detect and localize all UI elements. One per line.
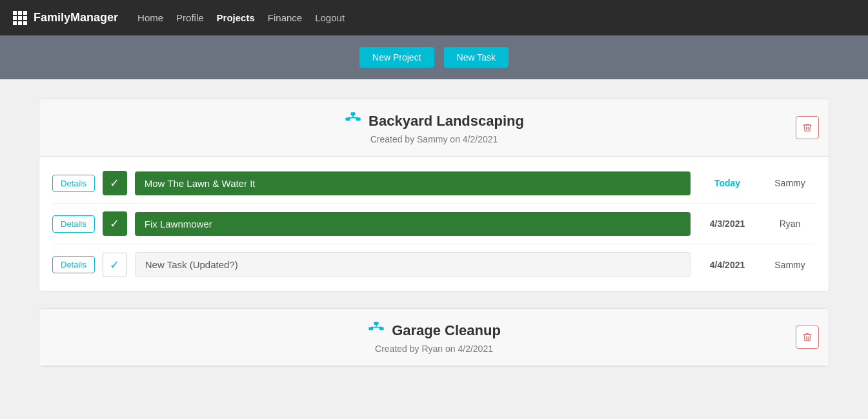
nav-item-logout: Logout — [315, 12, 345, 24]
nav-link-home[interactable]: Home — [137, 12, 163, 23]
nav-item-home: Home — [137, 12, 163, 24]
project-title-text: Garage Cleanup — [392, 322, 501, 339]
nav-links: HomeProfileProjectsFinanceLogout — [137, 12, 345, 24]
svg-rect-6 — [374, 322, 379, 325]
task-name-bar: New Task (Updated?) — [135, 252, 691, 277]
project-subtitle: Created by Ryan on 4/2/2021 — [52, 344, 816, 354]
project-subtitle: Created by Sammy on 4/2/2021 — [52, 134, 816, 144]
task-list: Details✓Mow The Lawn & Water ItTodaySamm… — [39, 157, 829, 291]
checkmark-icon: ✓ — [110, 258, 119, 272]
project-header-garage-cleanup: Garage CleanupCreated by Ryan on 4/2/202… — [39, 309, 829, 366]
new-project-button[interactable]: New Project — [359, 47, 434, 68]
svg-rect-0 — [351, 112, 356, 115]
task-assignee: Sammy — [764, 178, 816, 188]
task-name-bar: Mow The Lawn & Water It — [135, 171, 691, 195]
task-date: 4/4/2021 — [698, 260, 756, 270]
project-header-backyard-landscaping: Backyard LandscapingCreated by Sammy on … — [39, 99, 829, 157]
nav-link-logout[interactable]: Logout — [315, 12, 345, 23]
check-button-task-3[interactable]: ✓ — [103, 253, 127, 277]
details-button-task-2[interactable]: Details — [52, 215, 95, 233]
task-date: Today — [698, 178, 756, 188]
project-sitemap-icon — [344, 111, 362, 132]
checkmark-icon: ✓ — [110, 217, 119, 231]
brand: FamilyManager — [13, 11, 118, 25]
table-row: Details✓New Task (Updated?)4/4/2021Sammy — [52, 244, 816, 285]
project-title-text: Backyard Landscaping — [368, 113, 524, 130]
grid-icon — [13, 11, 27, 25]
details-button-task-3[interactable]: Details — [52, 256, 95, 273]
nav-item-projects: Projects — [217, 12, 255, 24]
project-card-backyard-landscaping: Backyard LandscapingCreated by Sammy on … — [39, 99, 829, 292]
details-button-task-1[interactable]: Details — [52, 175, 95, 192]
navbar: FamilyManager HomeProfileProjectsFinance… — [0, 0, 868, 35]
table-row: Details✓Fix Lawnmower4/3/2021Ryan — [52, 204, 816, 244]
nav-link-profile[interactable]: Profile — [176, 12, 204, 23]
task-date: 4/3/2021 — [698, 219, 756, 229]
toolbar: New Project New Task — [0, 35, 868, 79]
nav-item-profile: Profile — [176, 12, 204, 24]
nav-link-finance[interactable]: Finance — [268, 12, 302, 23]
task-assignee: Sammy — [764, 260, 816, 270]
project-title-row: Garage Cleanup — [52, 320, 816, 341]
table-row: Details✓Mow The Lawn & Water ItTodaySamm… — [52, 163, 816, 204]
project-card-garage-cleanup: Garage CleanupCreated by Ryan on 4/2/202… — [39, 308, 829, 367]
project-sitemap-icon — [367, 320, 385, 341]
delete-project-button-garage-cleanup[interactable] — [796, 326, 819, 349]
check-button-task-2[interactable]: ✓ — [103, 211, 127, 236]
new-task-button[interactable]: New Task — [444, 47, 509, 68]
nav-link-projects[interactable]: Projects — [217, 12, 255, 23]
checkmark-icon: ✓ — [110, 176, 119, 190]
project-title-row: Backyard Landscaping — [52, 111, 816, 132]
check-button-task-1[interactable]: ✓ — [103, 171, 127, 195]
delete-project-button-backyard-landscaping[interactable] — [796, 116, 819, 139]
nav-item-finance: Finance — [268, 12, 302, 24]
task-name-bar: Fix Lawnmower — [135, 212, 691, 236]
main-content: Backyard LandscapingCreated by Sammy on … — [0, 79, 868, 419]
task-assignee: Ryan — [764, 219, 816, 229]
brand-name: FamilyManager — [34, 11, 118, 24]
